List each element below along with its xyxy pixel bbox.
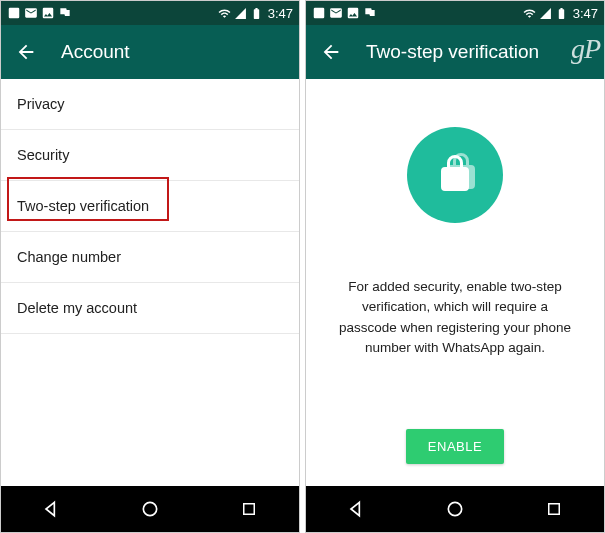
notification-icon [312, 6, 326, 20]
flag-icon [58, 6, 72, 20]
svg-rect-5 [549, 504, 560, 515]
battery-icon [555, 7, 568, 20]
two-step-description: For added security, enable two-step veri… [326, 277, 584, 358]
signal-icon [234, 7, 247, 20]
svg-point-1 [143, 502, 156, 515]
status-bar: 3:47 [306, 1, 604, 25]
svg-rect-0 [9, 8, 20, 19]
status-time: 3:47 [268, 6, 293, 21]
app-bar: Two-step verification gP [306, 25, 604, 79]
list-item-delete-account[interactable]: Delete my account [1, 283, 299, 334]
gmail-icon [24, 6, 38, 20]
watermark: gP [571, 33, 600, 65]
flag-icon [363, 6, 377, 20]
status-right-icons: 3:47 [218, 6, 293, 21]
notification-icon [7, 6, 21, 20]
svg-rect-2 [244, 504, 255, 515]
signal-icon [539, 7, 552, 20]
phone-left: 3:47 Account Privacy Security Two-step v… [0, 0, 300, 533]
gmail-icon [329, 6, 343, 20]
list-item-privacy[interactable]: Privacy [1, 79, 299, 130]
battery-icon [250, 7, 263, 20]
page-title: Two-step verification [366, 41, 539, 63]
list-item-two-step[interactable]: Two-step verification [1, 181, 299, 232]
back-icon[interactable] [15, 41, 37, 63]
account-list: Privacy Security Two-step verification C… [1, 79, 299, 486]
app-bar: Account [1, 25, 299, 79]
nav-home[interactable] [425, 486, 485, 532]
nav-back[interactable] [21, 486, 81, 532]
page-title: Account [61, 41, 130, 63]
nav-bar [1, 486, 299, 532]
enable-button[interactable]: ENABLE [406, 429, 504, 464]
nav-recent[interactable] [219, 486, 279, 532]
back-icon[interactable] [320, 41, 342, 63]
nav-recent[interactable] [524, 486, 584, 532]
list-item-security[interactable]: Security [1, 130, 299, 181]
status-left-icons [7, 6, 72, 20]
lock-icon [431, 151, 479, 199]
status-right-icons: 3:47 [523, 6, 598, 21]
svg-point-4 [448, 502, 461, 515]
status-left-icons [312, 6, 377, 20]
status-bar: 3:47 [1, 1, 299, 25]
phone-right: 3:47 Two-step verification gP For added … [305, 0, 605, 533]
lock-circle [407, 127, 503, 223]
nav-bar [306, 486, 604, 532]
nav-home[interactable] [120, 486, 180, 532]
two-step-content: For added security, enable two-step veri… [306, 79, 604, 486]
status-time: 3:47 [573, 6, 598, 21]
image-icon [41, 6, 55, 20]
wifi-icon [523, 7, 536, 20]
svg-rect-3 [314, 8, 325, 19]
list-item-change-number[interactable]: Change number [1, 232, 299, 283]
image-icon [346, 6, 360, 20]
wifi-icon [218, 7, 231, 20]
nav-back[interactable] [326, 486, 386, 532]
